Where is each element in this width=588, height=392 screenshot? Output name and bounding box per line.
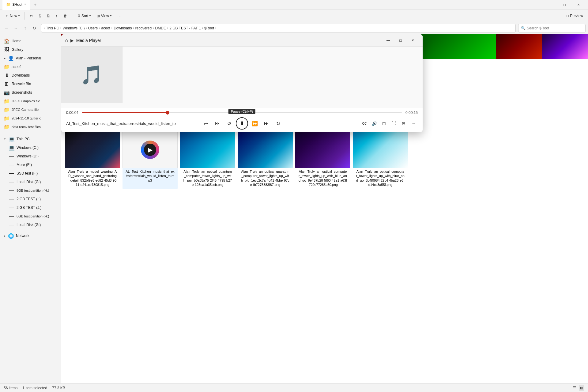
preview-button[interactable]: □ Preview [564, 13, 586, 19]
mp-more-options-button[interactable]: ··· [409, 119, 418, 128]
search-box[interactable]: 🔍 [518, 24, 586, 32]
sidebar-item-8gb-h2[interactable]: — 8GB test partition (H:) [0, 212, 61, 221]
file-item-optical-blue-go[interactable]: Alan_Truly_an_optical_computer_tower_lig… [295, 129, 350, 189]
cut-button[interactable]: ✂ [27, 13, 35, 19]
folder-recov-icon: 📁 [4, 124, 10, 130]
more-options-button[interactable]: ··· [115, 13, 123, 19]
breadcrumb-2gb-fat1[interactable]: 2 GB TEST - FAT 1 [169, 26, 201, 30]
status-list-view[interactable]: ☰ [572, 385, 578, 391]
sidebar-item-local-g[interactable]: — Local Disk (G:) [0, 178, 61, 186]
file-item-alan-ar-glasses[interactable]: Alan_Truly_a_model_wearing_AR_glasses_on… [65, 129, 120, 189]
mp-cast-button[interactable]: ⊟ [399, 119, 408, 128]
paste-button[interactable]: ⎘ [45, 13, 52, 19]
new-button[interactable]: ＋ New ▾ [2, 12, 22, 20]
mp-shuffle-button[interactable]: ⇌ [201, 119, 211, 128]
search-input[interactable] [527, 26, 583, 30]
sidebar-item-alan-personal[interactable]: ▶ 👤 Alan - Personal [0, 54, 61, 62]
file-name-optical-go: Alan_Truly_an_optical_computer_tower_lig… [298, 169, 347, 187]
file-content-area: Firefly Inpaint on hand-a model wearing … [61, 34, 588, 383]
mp-home-button[interactable]: ⌂ [65, 38, 68, 43]
file-name-quantum-blue: Alan_Truly_an_optical_quantum_computer_t… [241, 169, 290, 187]
sidebar-item-downloads[interactable]: ⬇ Downloads [0, 71, 61, 80]
mp-prev-button[interactable]: ⏮ [213, 119, 222, 128]
breadcrumb-this-pc[interactable]: This PC [46, 26, 59, 30]
share-button[interactable]: ↑ [53, 13, 60, 19]
sidebar-item-2024-gutter[interactable]: 📁 2024-11-10 gutter c [0, 114, 61, 123]
sidebar-item-windows-d[interactable]: — Windows (D:) [0, 152, 61, 160]
sidebar-item-aceof[interactable]: 📁 aceof [0, 62, 61, 71]
new-dropdown-arrow: ▾ [18, 14, 20, 17]
mp-fullscreen-button[interactable]: ⛶ [390, 119, 398, 128]
back-button[interactable]: ← [2, 24, 11, 32]
copy-button[interactable]: ⎘ [36, 13, 43, 19]
mp-next-button[interactable]: ⏭ [262, 119, 271, 128]
sidebar-item-data-recov[interactable]: 📁 data recov test files [0, 123, 61, 131]
mp-progress-row: 0:00:04 0:00:15 [66, 111, 418, 115]
mp-pause-button[interactable]: ⏸ [236, 117, 248, 130]
delete-button[interactable]: 🗑 [61, 13, 70, 19]
view-button[interactable]: ⊞ View ▾ [94, 13, 114, 19]
breadcrumb-recovered[interactable]: recovered [135, 26, 152, 30]
tab-close-button[interactable]: × [24, 3, 26, 6]
active-tab[interactable]: 📁 $Root × [2, 0, 30, 10]
sidebar-item-jpeg-graphics[interactable]: 📁 JPEG Graphics file [0, 97, 61, 105]
minimize-button[interactable]: — [543, 0, 557, 10]
file-thumb-ar [65, 131, 120, 168]
status-grid-view[interactable]: ⊞ [579, 385, 584, 391]
up-button[interactable]: ↑ [21, 24, 29, 32]
breadcrumb-aceof[interactable]: aceof [101, 26, 110, 30]
file-item-quantum-blue[interactable]: Alan_Truly_an_optical_quantum_computer_t… [238, 129, 293, 189]
sidebar-item-8gb-h[interactable]: — 8GB test partition (H:) [0, 186, 61, 195]
mp-fast-forward-button[interactable]: ⏩ [250, 119, 260, 128]
mp-captions-button[interactable]: CC [360, 119, 369, 128]
sidebar-item-windows-c[interactable]: 💻 Windows (C:) [0, 143, 61, 152]
sidebar-item-jpeg-camera[interactable]: 📁 JPEG Camera file [0, 105, 61, 114]
breadcrumb-downloads[interactable]: Downloads [114, 26, 132, 30]
mp-close-button[interactable]: × [407, 36, 419, 45]
sidebar-item-2gb-j[interactable]: — 2 GB TEST (J:) [0, 203, 61, 212]
new-tab-button[interactable]: + [30, 2, 40, 8]
sidebar-item-local-g2[interactable]: — Local Disk (G:) [0, 221, 61, 229]
breadcrumb-windows-c[interactable]: Windows (C:) [62, 26, 85, 30]
mp-mini-player-button[interactable]: ⊡ [380, 119, 388, 128]
refresh-button[interactable]: ↻ [30, 24, 39, 32]
sidebar-item-home[interactable]: 🏠 Home [0, 37, 61, 45]
mp-replay-button[interactable]: ↺ [224, 119, 234, 128]
sidebar-item-ssd-f[interactable]: — SSD test (F:) [0, 169, 61, 178]
forward-button[interactable]: → [12, 24, 20, 32]
sidebar-item-network[interactable]: ▶ 🌐 Network [0, 232, 61, 240]
breadcrumb-root[interactable]: $Root [204, 26, 214, 30]
mp-center-controls: ⇌ ⏮ ↺ ⏸ Pause (Ctrl+P) ⏩ ⏭ ↻ [201, 117, 283, 130]
file-item-quantum-purple[interactable]: Alan_Truly_an_optical_quantum_computer_t… [180, 129, 235, 189]
close-button[interactable]: × [571, 0, 586, 10]
sidebar-item-recycle-bin[interactable]: 🗑 Recycle Bin [0, 80, 61, 88]
mp-repeat-button[interactable]: ↻ [273, 119, 283, 128]
sort-button[interactable]: ⇅ Sort ▾ [75, 13, 93, 19]
maximize-button[interactable]: □ [557, 0, 571, 10]
title-bar-tabs: 📁 $Root × + [2, 0, 40, 10]
mp-minimize-button[interactable]: — [382, 36, 394, 45]
file-thumb-quantum-blue [238, 131, 293, 168]
file-thumb-mp3: ▶ [123, 131, 178, 168]
sidebar-item-2gb-i[interactable]: — 2 GB TEST (I:) [0, 195, 61, 203]
mp-maximize-button[interactable]: □ [394, 36, 407, 45]
status-bar: 56 items 1 item selected 77.3 KB ☰ ⊞ [0, 383, 588, 392]
sidebar: 🏠 Home 🖼 Gallery ▶ 👤 Alan - Personal 📁 a… [0, 34, 61, 383]
status-selection: 1 item selected [22, 386, 47, 390]
drive-e-icon: — [9, 162, 15, 168]
file-thumb-crystal [353, 131, 408, 168]
folder-gutter-icon: 📁 [4, 115, 10, 121]
sidebar-item-more-e[interactable]: — More (E:) [0, 160, 61, 169]
breadcrumb-users[interactable]: Users [88, 26, 98, 30]
mp-volume-button[interactable]: 🔊 [370, 119, 379, 128]
file-thumb-optical-go [295, 131, 350, 168]
sidebar-item-this-pc[interactable]: ▼ 💻 This PC [0, 135, 61, 143]
folder-tab-icon: 📁 [6, 2, 11, 7]
sidebar-item-gallery[interactable]: 🖼 Gallery [0, 45, 61, 54]
breadcrumb[interactable]: › This PC › Windows (C:) › Users › aceof… [41, 24, 516, 32]
sidebar-item-screenshots[interactable]: 📷 Screenshots [0, 88, 61, 97]
file-item-mp3[interactable]: ▶ AL_Test_Kitchen_music_that_extraterres… [123, 129, 178, 189]
breadcrumb-dmde[interactable]: DMDE [155, 26, 166, 30]
file-item-optical-crystal[interactable]: Alan_Truly_an_optical_computer_tower_lig… [353, 129, 408, 189]
mp-progress-bar[interactable] [82, 112, 402, 113]
